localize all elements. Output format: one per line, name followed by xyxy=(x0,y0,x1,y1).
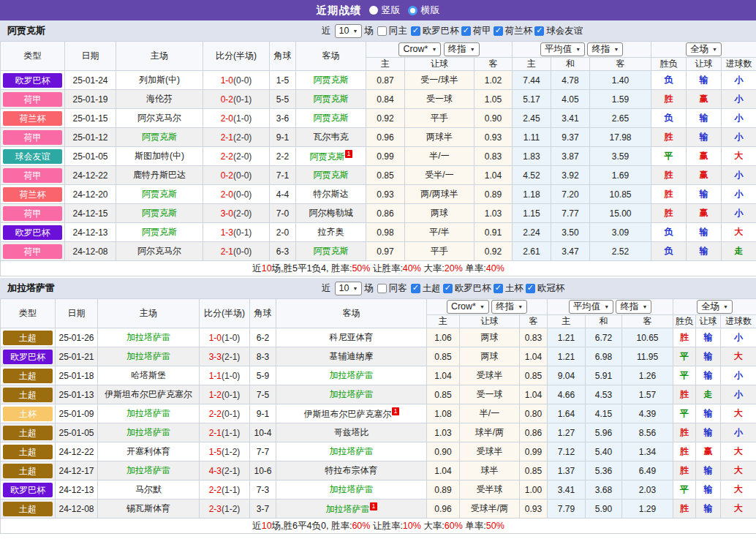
average-select[interactable]: 平均值▼ xyxy=(569,300,613,314)
match-count-select[interactable]: 10 ▼ xyxy=(335,24,363,38)
same-venue-checkbox[interactable] xyxy=(377,284,387,293)
bookmaker-select[interactable]: Crow*▼ xyxy=(398,42,441,56)
layout-horizontal-radio[interactable] xyxy=(408,6,417,15)
home-team-cell: 阿贾克斯 xyxy=(116,223,203,242)
corner-count: 5-9 xyxy=(250,366,276,385)
home-team-link[interactable]: 阿尔克马尔 xyxy=(137,113,181,123)
handicap-result: 输 xyxy=(696,500,721,519)
away-team-link[interactable]: 特拉布宗体育 xyxy=(325,465,378,475)
halftime-score: (2-1) xyxy=(222,466,240,476)
same-venue-checkbox[interactable] xyxy=(377,26,387,36)
league-checkbox-1[interactable] xyxy=(443,284,453,293)
away-team-link[interactable]: 科尼亚体育 xyxy=(330,332,374,342)
away-team-link[interactable]: 阿贾克斯 xyxy=(314,246,349,256)
league-type-badge: 欧罗巴杯 xyxy=(3,483,53,497)
home-team-link[interactable]: 加拉塔萨雷 xyxy=(126,351,170,361)
unit-label: 场 xyxy=(364,282,374,295)
col-away: 客场 xyxy=(296,42,366,71)
home-team-link[interactable]: 开塞利体育 xyxy=(126,446,170,456)
league-checkbox-2[interactable] xyxy=(494,26,503,36)
corner-count: 3-6 xyxy=(270,109,296,128)
average-stage-select[interactable]: 终指▼ xyxy=(616,300,651,314)
away-team-link[interactable]: 特尔斯达 xyxy=(314,189,349,199)
away-team-link[interactable]: 加拉塔萨雷 xyxy=(325,504,369,514)
away-team-link[interactable]: 阿贾克斯 xyxy=(309,151,344,162)
league-type-badge: 荷兰杯 xyxy=(3,111,62,126)
home-team-link[interactable]: 阿尔克马尔 xyxy=(137,246,181,256)
corner-count: 9-1 xyxy=(270,128,296,147)
away-team-link[interactable]: 拉齐奥 xyxy=(318,227,344,237)
bookmaker-stage-select[interactable]: 终指▼ xyxy=(444,42,480,56)
home-team-link[interactable]: 阿贾克斯 xyxy=(142,189,177,199)
league-checkbox-0[interactable] xyxy=(411,26,420,36)
home-team-link[interactable]: 海伦芬 xyxy=(146,94,173,104)
fulltime-score: 0-2 xyxy=(221,94,233,105)
bookmaker-select[interactable]: Crow*▼ xyxy=(447,300,489,314)
away-odds: 0.85 xyxy=(520,366,548,385)
league-checkbox-3[interactable] xyxy=(534,26,544,36)
home-team-link[interactable]: 加拉塔萨雷 xyxy=(126,408,170,418)
average-stage-select[interactable]: 终指▼ xyxy=(587,42,623,56)
away-team-link[interactable]: 阿贾克斯 xyxy=(314,94,349,104)
goals-result: 大 xyxy=(721,442,756,461)
match-date: 24-12-17 xyxy=(56,461,98,480)
chevron-down-icon: ▼ xyxy=(470,47,475,52)
corner-count: 8-3 xyxy=(250,347,276,366)
home-team-link[interactable]: 阿贾克斯 xyxy=(142,132,177,142)
away-team-cell: 加拉塔萨雷 xyxy=(276,366,427,385)
away-team-link[interactable]: 伊斯坦布尔巴萨克塞尔 xyxy=(303,409,391,419)
home-team-link[interactable]: 哈塔斯堡 xyxy=(131,370,166,380)
handicap-result: 输 xyxy=(687,128,722,147)
away-team-cell: 伊斯坦布尔巴萨克塞尔1 xyxy=(276,404,427,423)
away-team-link[interactable]: 阿贾克斯 xyxy=(314,113,349,123)
bookmaker-stage-select[interactable]: 终指▼ xyxy=(491,300,527,314)
home-team-link[interactable]: 斯图加特(中) xyxy=(135,151,184,161)
away-team-link[interactable]: 加拉塔萨雷 xyxy=(330,446,374,456)
away-team-link[interactable]: 瓦尔韦克 xyxy=(314,132,349,142)
match-count-select[interactable]: 10 ▼ xyxy=(335,282,363,295)
match-row: 土杯25-01-09加拉塔萨雷2-2(0-1)9-1伊斯坦布尔巴萨克塞尔11.0… xyxy=(1,404,756,423)
scope-select[interactable]: 全场▼ xyxy=(686,42,722,56)
goals-result: 大 xyxy=(721,404,756,423)
halftime-score: (2-0) xyxy=(233,151,252,162)
league-checkbox-0[interactable] xyxy=(411,284,420,293)
scope-select[interactable]: 全场▼ xyxy=(697,300,733,314)
home-team-link[interactable]: 伊斯坦布尔巴萨克塞尔 xyxy=(105,389,192,399)
away-odds: 0.90 xyxy=(475,109,513,128)
home-team-link[interactable]: 阿贾克斯 xyxy=(142,227,177,237)
away-team-link[interactable]: 基辅迪纳摩 xyxy=(330,351,374,361)
away-team-link[interactable]: 阿尔梅勒城 xyxy=(309,208,353,218)
away-odds: 0.80 xyxy=(520,404,548,423)
home-team-link[interactable]: 阿贾克斯 xyxy=(142,208,177,218)
col-home: 主场 xyxy=(116,42,203,71)
home-team-link[interactable]: 列加斯(中) xyxy=(139,75,180,85)
away-team-link[interactable]: 哥兹塔比 xyxy=(334,427,369,437)
avg-draw-odds: 4.05 xyxy=(551,90,590,109)
home-team-link[interactable]: 加拉塔萨雷 xyxy=(126,465,170,475)
match-date: 25-01-18 xyxy=(56,366,98,385)
avg-away-odds: 3.59 xyxy=(590,147,651,166)
layout-vertical-radio[interactable] xyxy=(369,6,378,15)
average-select[interactable]: 平均值▼ xyxy=(540,42,585,56)
away-team-link[interactable]: 加拉塔萨雷 xyxy=(330,389,374,399)
home-team-link[interactable]: 加拉塔萨雷 xyxy=(126,427,170,437)
away-team-link[interactable]: 加拉塔萨雷 xyxy=(330,370,374,380)
home-team-link[interactable]: 鹿特丹斯巴达 xyxy=(133,170,186,180)
score-cell: 2-0(0-0) xyxy=(203,185,270,204)
home-team-cell: 锡瓦斯体育 xyxy=(98,500,200,519)
home-odds: 0.96 xyxy=(427,500,460,519)
home-team-link[interactable]: 锡瓦斯体育 xyxy=(126,503,170,513)
away-team-link[interactable]: 加拉塔萨雷 xyxy=(330,484,374,494)
away-team-link[interactable]: 阿贾克斯 xyxy=(314,75,349,85)
league-checkbox-1[interactable] xyxy=(461,26,471,36)
halftime-score: (1-0) xyxy=(222,333,240,343)
avg-away-odds: 1.29 xyxy=(622,500,673,519)
goals-result: 大 xyxy=(721,461,756,480)
home-team-link[interactable]: 马尔默 xyxy=(135,484,162,494)
league-checkbox-2[interactable] xyxy=(494,284,503,293)
col-odds-away: 客 xyxy=(520,315,548,328)
handicap-line: 受半球 xyxy=(460,480,520,500)
home-team-link[interactable]: 加拉塔萨雷 xyxy=(126,332,170,342)
league-checkbox-3[interactable] xyxy=(526,284,535,293)
away-team-link[interactable]: 阿贾克斯 xyxy=(314,170,349,180)
